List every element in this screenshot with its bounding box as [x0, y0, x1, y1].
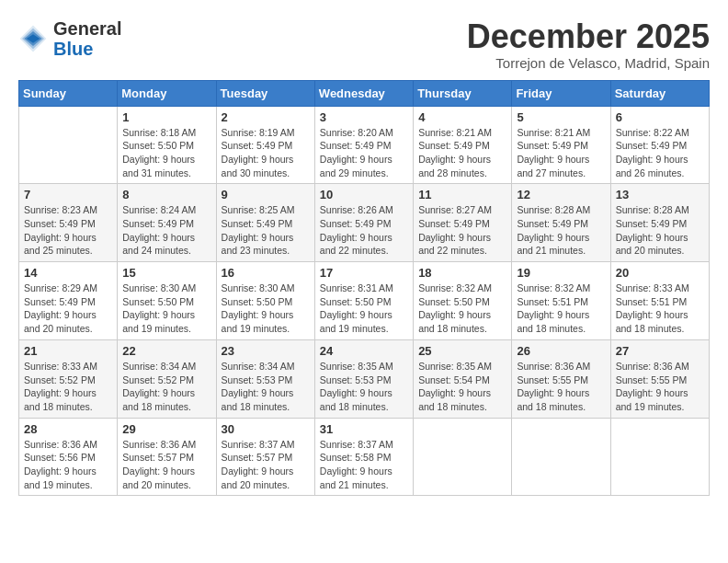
day-info: Sunrise: 8:33 AM Sunset: 5:52 PM Dayligh…: [24, 360, 112, 414]
day-number: 18: [418, 266, 506, 280]
day-info: Sunrise: 8:34 AM Sunset: 5:53 PM Dayligh…: [222, 360, 310, 414]
day-info: Sunrise: 8:33 AM Sunset: 5:51 PM Dayligh…: [616, 282, 704, 336]
calendar-week-row: 14Sunrise: 8:29 AM Sunset: 5:49 PM Dayli…: [19, 262, 710, 340]
day-number: 24: [320, 344, 408, 358]
calendar-cell: 6Sunrise: 8:22 AM Sunset: 5:49 PM Daylig…: [610, 106, 709, 184]
day-info: Sunrise: 8:21 AM Sunset: 5:49 PM Dayligh…: [418, 126, 506, 180]
day-info: Sunrise: 8:36 AM Sunset: 5:55 PM Dayligh…: [517, 360, 605, 414]
calendar-cell: [414, 418, 512, 496]
calendar-cell: 28Sunrise: 8:36 AM Sunset: 5:56 PM Dayli…: [19, 418, 118, 496]
calendar-table: SundayMondayTuesdayWednesdayThursdayFrid…: [18, 80, 710, 497]
calendar-cell: [610, 418, 709, 496]
day-info: Sunrise: 8:28 AM Sunset: 5:49 PM Dayligh…: [616, 203, 704, 258]
day-info: Sunrise: 8:22 AM Sunset: 5:49 PM Dayligh…: [616, 126, 704, 180]
day-number: 2: [222, 110, 310, 124]
day-number: 6: [616, 110, 704, 124]
day-number: 25: [418, 344, 506, 358]
day-info: Sunrise: 8:30 AM Sunset: 5:50 PM Dayligh…: [222, 282, 310, 336]
day-info: Sunrise: 8:28 AM Sunset: 5:49 PM Dayligh…: [517, 203, 605, 258]
day-info: Sunrise: 8:31 AM Sunset: 5:50 PM Dayligh…: [320, 282, 408, 336]
calendar-cell: 14Sunrise: 8:29 AM Sunset: 5:49 PM Dayli…: [19, 262, 118, 340]
calendar-cell: 31Sunrise: 8:37 AM Sunset: 5:58 PM Dayli…: [314, 418, 413, 496]
day-info: Sunrise: 8:30 AM Sunset: 5:50 PM Dayligh…: [122, 282, 210, 336]
month-title: December 2025: [467, 18, 710, 55]
title-block: December 2025 Torrejon de Velasco, Madri…: [467, 18, 710, 71]
calendar-header-row: SundayMondayTuesdayWednesdayThursdayFrid…: [19, 80, 710, 106]
calendar-day-header: Sunday: [19, 80, 118, 106]
day-info: Sunrise: 8:29 AM Sunset: 5:49 PM Dayligh…: [24, 282, 112, 336]
calendar-cell: 15Sunrise: 8:30 AM Sunset: 5:50 PM Dayli…: [118, 262, 216, 340]
calendar-cell: 4Sunrise: 8:21 AM Sunset: 5:49 PM Daylig…: [414, 106, 512, 184]
day-info: Sunrise: 8:35 AM Sunset: 5:54 PM Dayligh…: [418, 360, 506, 414]
calendar-cell: 12Sunrise: 8:28 AM Sunset: 5:49 PM Dayli…: [512, 184, 610, 262]
day-number: 28: [24, 422, 112, 436]
day-number: 10: [320, 188, 408, 201]
calendar-cell: 16Sunrise: 8:30 AM Sunset: 5:50 PM Dayli…: [216, 262, 314, 340]
day-number: 21: [24, 344, 112, 358]
logo: General Blue: [18, 18, 121, 59]
calendar-cell: 5Sunrise: 8:21 AM Sunset: 5:49 PM Daylig…: [512, 106, 610, 184]
day-info: Sunrise: 8:25 AM Sunset: 5:49 PM Dayligh…: [222, 203, 310, 258]
logo-blue: Blue: [53, 39, 93, 59]
calendar-cell: 26Sunrise: 8:36 AM Sunset: 5:55 PM Dayli…: [512, 339, 610, 418]
day-info: Sunrise: 8:35 AM Sunset: 5:53 PM Dayligh…: [320, 360, 408, 414]
logo-general: General: [53, 18, 121, 39]
calendar-cell: 22Sunrise: 8:34 AM Sunset: 5:52 PM Dayli…: [118, 339, 216, 418]
day-info: Sunrise: 8:32 AM Sunset: 5:50 PM Dayligh…: [418, 282, 506, 336]
logo-text: General Blue: [53, 18, 121, 59]
calendar-cell: 10Sunrise: 8:26 AM Sunset: 5:49 PM Dayli…: [314, 184, 413, 262]
calendar-week-row: 21Sunrise: 8:33 AM Sunset: 5:52 PM Dayli…: [19, 339, 710, 418]
day-number: 22: [122, 344, 210, 358]
day-info: Sunrise: 8:26 AM Sunset: 5:49 PM Dayligh…: [320, 203, 408, 258]
calendar-cell: 20Sunrise: 8:33 AM Sunset: 5:51 PM Dayli…: [610, 262, 709, 340]
day-number: 29: [122, 422, 210, 436]
calendar-week-row: 1Sunrise: 8:18 AM Sunset: 5:50 PM Daylig…: [19, 106, 710, 184]
logo-icon: [18, 24, 48, 53]
calendar-cell: 21Sunrise: 8:33 AM Sunset: 5:52 PM Dayli…: [19, 339, 118, 418]
day-number: 16: [222, 266, 310, 280]
calendar-cell: 2Sunrise: 8:19 AM Sunset: 5:49 PM Daylig…: [216, 106, 314, 184]
day-info: Sunrise: 8:18 AM Sunset: 5:50 PM Dayligh…: [122, 126, 210, 180]
page-header: General Blue December 2025 Torrejon de V…: [18, 18, 710, 71]
day-number: 4: [418, 110, 506, 124]
day-info: Sunrise: 8:24 AM Sunset: 5:49 PM Dayligh…: [122, 203, 210, 258]
calendar-cell: 9Sunrise: 8:25 AM Sunset: 5:49 PM Daylig…: [216, 184, 314, 262]
calendar-cell: 18Sunrise: 8:32 AM Sunset: 5:50 PM Dayli…: [414, 262, 512, 340]
day-number: 12: [517, 188, 605, 201]
day-number: 14: [24, 266, 112, 280]
calendar-day-header: Saturday: [610, 80, 709, 106]
calendar-cell: 23Sunrise: 8:34 AM Sunset: 5:53 PM Dayli…: [216, 339, 314, 418]
day-number: 19: [517, 266, 605, 280]
day-number: 1: [122, 110, 210, 124]
day-number: 11: [418, 188, 506, 201]
calendar-cell: [19, 106, 118, 184]
calendar-cell: 17Sunrise: 8:31 AM Sunset: 5:50 PM Dayli…: [314, 262, 413, 340]
day-number: 20: [616, 266, 704, 280]
calendar-week-row: 28Sunrise: 8:36 AM Sunset: 5:56 PM Dayli…: [19, 418, 710, 496]
day-info: Sunrise: 8:34 AM Sunset: 5:52 PM Dayligh…: [122, 360, 210, 414]
day-info: Sunrise: 8:20 AM Sunset: 5:49 PM Dayligh…: [320, 126, 408, 180]
day-info: Sunrise: 8:27 AM Sunset: 5:49 PM Dayligh…: [418, 203, 506, 258]
day-info: Sunrise: 8:32 AM Sunset: 5:51 PM Dayligh…: [517, 282, 605, 336]
calendar-cell: 25Sunrise: 8:35 AM Sunset: 5:54 PM Dayli…: [414, 339, 512, 418]
calendar-day-header: Monday: [118, 80, 216, 106]
calendar-cell: [512, 418, 610, 496]
calendar-cell: 3Sunrise: 8:20 AM Sunset: 5:49 PM Daylig…: [314, 106, 413, 184]
calendar-day-header: Tuesday: [216, 80, 314, 106]
day-number: 15: [122, 266, 210, 280]
day-number: 30: [222, 422, 310, 436]
day-number: 31: [320, 422, 408, 436]
calendar-cell: 7Sunrise: 8:23 AM Sunset: 5:49 PM Daylig…: [19, 184, 118, 262]
day-number: 5: [517, 110, 605, 124]
calendar-cell: 27Sunrise: 8:36 AM Sunset: 5:55 PM Dayli…: [610, 339, 709, 418]
calendar-week-row: 7Sunrise: 8:23 AM Sunset: 5:49 PM Daylig…: [19, 184, 710, 262]
calendar-cell: 19Sunrise: 8:32 AM Sunset: 5:51 PM Dayli…: [512, 262, 610, 340]
day-number: 26: [517, 344, 605, 358]
day-number: 17: [320, 266, 408, 280]
day-number: 23: [222, 344, 310, 358]
day-number: 3: [320, 110, 408, 124]
day-number: 7: [24, 188, 112, 201]
day-number: 8: [122, 188, 210, 201]
calendar-cell: 24Sunrise: 8:35 AM Sunset: 5:53 PM Dayli…: [314, 339, 413, 418]
calendar-cell: 8Sunrise: 8:24 AM Sunset: 5:49 PM Daylig…: [118, 184, 216, 262]
